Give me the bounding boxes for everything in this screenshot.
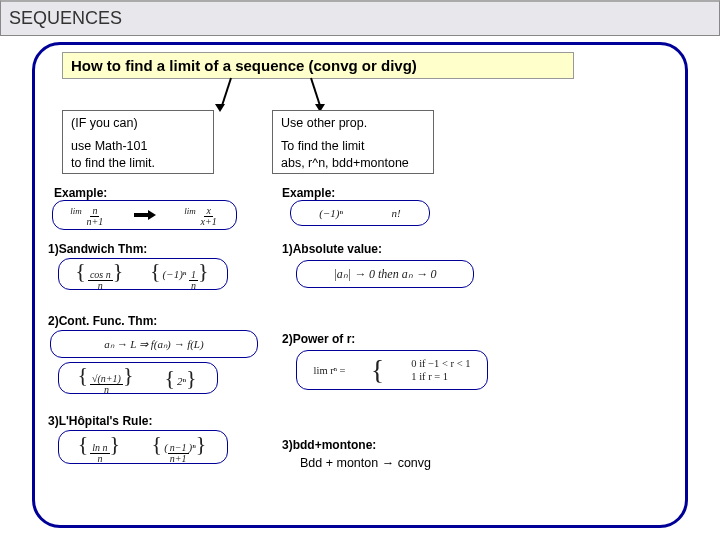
right-option-line2a: To find the limit [281, 138, 425, 155]
right-s1-title: 1)Absolute value: [282, 242, 382, 256]
left-option-line2b: to find the limit. [71, 155, 205, 172]
arrow-left-head [215, 104, 225, 112]
right-example-box: (−1)ⁿ n! [290, 200, 430, 226]
left-option-line1: (IF you can) [71, 115, 205, 132]
right-example-a: (−1)ⁿ [319, 207, 343, 219]
right-example-b: n! [392, 207, 401, 219]
left-s1-item-1: {(−1)ⁿ 1n} [150, 258, 211, 291]
right-s3-title: 3)bdd+montone: [282, 438, 376, 452]
left-option-line2a: use Math-101 [71, 138, 205, 155]
page-header: SEQUENCES [0, 0, 720, 36]
right-s2-case2: 1 if r = 1 [411, 371, 470, 382]
right-s1-box: |aₙ| → 0 then aₙ → 0 [296, 260, 474, 288]
left-s3-box: {ln nn} {(n−1n+1)ⁿ} [58, 430, 228, 464]
right-s1-line: |aₙ| → 0 then aₙ → 0 [333, 267, 436, 282]
right-s2-lhs: lim rⁿ = [314, 365, 346, 376]
left-s3-item-1: {(n−1n+1)ⁿ} [152, 431, 209, 464]
right-s2-case1: 0 if −1 < r < 1 [411, 358, 470, 369]
left-s2-item-1: {2ⁿ} [164, 365, 198, 391]
left-s2-line: aₙ → L ⇒ f(aₙ) → f(L) [104, 338, 203, 351]
left-s1-item-0: {cos nn} [75, 258, 125, 291]
main-title-text: How to find a limit of a sequence (convg… [71, 57, 417, 74]
right-example-label: Example: [282, 186, 335, 200]
left-s2-line-box: aₙ → L ⇒ f(aₙ) → f(L) [50, 330, 258, 358]
header-title: SEQUENCES [9, 8, 122, 28]
brace-icon: { [371, 354, 384, 386]
right-s2-box: lim rⁿ = { 0 if −1 < r < 1 1 if r = 1 [296, 350, 488, 390]
left-s2-item-0: {√(n+1)n} [77, 362, 135, 395]
left-example-label: Example: [54, 186, 107, 200]
left-example-a: lim nn+1 [70, 204, 105, 227]
right-s2-title: 2)Power of r: [282, 332, 355, 346]
left-option-box: (IF you can) use Math-101 to find the li… [62, 110, 214, 174]
right-option-line1: Use other prop. [281, 115, 425, 132]
left-s2-box: {√(n+1)n} {2ⁿ} [58, 362, 218, 394]
left-s3-item-0: {ln nn} [78, 431, 122, 464]
main-title: How to find a limit of a sequence (convg… [62, 52, 574, 79]
left-s1-title: 1)Sandwich Thm: [48, 242, 147, 256]
left-s3-title: 3)L'Hôpital's Rule: [48, 414, 152, 428]
left-s2-title: 2)Cont. Func. Thm: [48, 314, 157, 328]
arrow-icon [134, 210, 156, 220]
left-example-b: lim xx+1 [184, 204, 218, 227]
left-example-box: lim nn+1 lim xx+1 [52, 200, 237, 230]
right-option-line2b: abs, r^n, bdd+montone [281, 155, 425, 172]
right-option-box: Use other prop. To find the limit abs, r… [272, 110, 434, 174]
right-s3-text: Bdd + monton → convg [300, 456, 431, 470]
slide-stage: How to find a limit of a sequence (convg… [0, 36, 720, 540]
left-s1-box: {cos nn} {(−1)ⁿ 1n} [58, 258, 228, 290]
